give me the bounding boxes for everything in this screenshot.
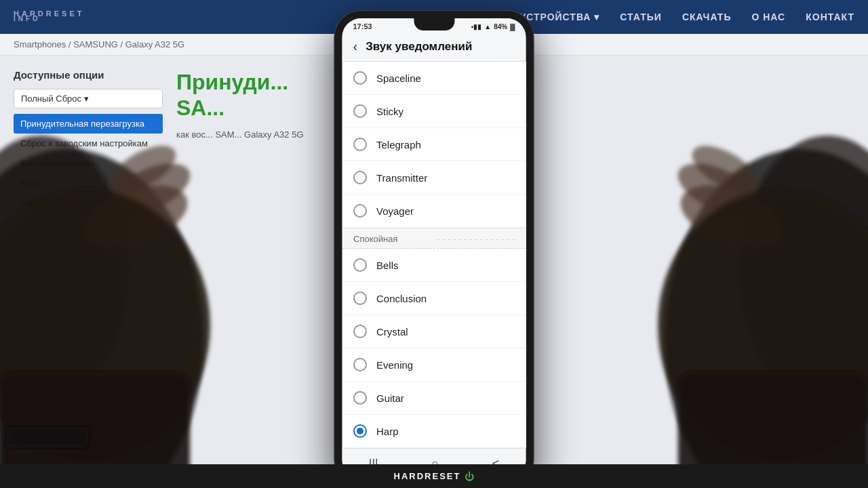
sidebar-item-codes[interactable]: Коды (14, 173, 163, 192)
radio-conclusion[interactable] (353, 291, 367, 305)
label-harp: Harp (376, 426, 399, 437)
radio-sticky[interactable] (353, 104, 367, 118)
battery-text: 84% (494, 23, 507, 30)
wifi-icon: ▲ (484, 23, 491, 30)
nav-links: УСТРОЙСТВА СТАТЬИ СКАЧАТЬ О НАС КОНТАКТ (519, 12, 854, 22)
radio-evening[interactable] (353, 358, 367, 371)
label-transmitter: Transmitter (376, 172, 427, 184)
bottom-bar: HARDRESET ⏻ (0, 464, 868, 488)
screen-header: ‹ Звук уведомлений (342, 32, 526, 62)
label-sticky: Sticky (376, 106, 403, 117)
bottom-logo: HARDRESET (394, 471, 461, 481)
phone-screen: 17:53 ▪▮▮ ▲ 84% ▓ ‹ Звук уведомлений Spa… (342, 18, 526, 479)
label-bells: Bells (376, 260, 399, 271)
signal-icon: ▪▮▮ (471, 23, 482, 30)
list-item-guitar[interactable]: Guitar (342, 382, 526, 415)
radio-bells[interactable] (353, 258, 367, 272)
sidebar-title: Доступные опции (14, 69, 163, 81)
list-item-crystal[interactable]: Crystal (342, 315, 526, 348)
radio-harp[interactable] (353, 424, 367, 438)
sidebar-dropdown[interactable]: Полный Сброс ▾ (14, 89, 163, 108)
nav-item-articles[interactable]: СТАТЬИ (620, 12, 662, 22)
label-crystal: Crystal (376, 326, 408, 338)
back-button[interactable]: ‹ (353, 39, 358, 54)
sidebar-item-how-reboot[interactable]: Как перезагрузить (14, 153, 163, 173)
label-guitar: Guitar (376, 392, 404, 404)
list-item-harp[interactable]: Harp (342, 415, 526, 448)
label-voyager: Voyager (376, 205, 414, 217)
sidebar-item-factory-reset[interactable]: Сброс к заводским настройкам (14, 134, 163, 153)
label-telegraph: Telegraph (376, 139, 421, 150)
status-time: 17:53 (353, 22, 372, 30)
radio-guitar[interactable] (353, 391, 367, 405)
section-divider-quiet: Спокойная - - - - - - - - - - - - - - - (342, 228, 526, 249)
label-conclusion: Conclusion (376, 293, 427, 304)
label-evening: Evening (376, 359, 413, 371)
radio-crystal[interactable] (353, 325, 367, 338)
phone-outer: 17:53 ▪▮▮ ▲ 84% ▓ ‹ Звук уведомлений Spa… (334, 10, 534, 487)
list-item-evening[interactable]: Evening (342, 348, 526, 382)
radio-transmitter[interactable] (353, 171, 367, 184)
radio-voyager[interactable] (353, 204, 367, 218)
list-item-voyager[interactable]: Voyager (342, 195, 526, 228)
notification-sound-list[interactable]: Spaceline Sticky Telegraph Transmitter V… (342, 62, 526, 448)
list-item-transmitter[interactable]: Transmitter (342, 161, 526, 195)
list-item-telegraph[interactable]: Telegraph (342, 128, 526, 161)
list-item-spaceline[interactable]: Spaceline (342, 62, 526, 95)
radio-telegraph[interactable] (353, 138, 367, 151)
status-icons: ▪▮▮ ▲ 84% ▓ (471, 23, 515, 30)
bottom-logo-icon: ⏻ (465, 471, 474, 482)
sidebar-item-hidden-modes[interactable]: Скрытые Режимы (14, 192, 163, 212)
list-item-bells[interactable]: Bells (342, 249, 526, 282)
phone-mockup: 17:53 ▪▮▮ ▲ 84% ▓ ‹ Звук уведомлений Spa… (334, 10, 534, 487)
list-item-conclusion[interactable]: Conclusion (342, 282, 526, 315)
screen-title: Звук уведомлений (366, 40, 472, 54)
nav-item-contact[interactable]: КОНТАКТ (806, 12, 854, 22)
nav-item-about[interactable]: О НАС (751, 12, 785, 22)
nav-item-download[interactable]: СКАЧАТЬ (682, 12, 732, 22)
battery-icon: ▓ (510, 23, 515, 30)
list-item-sticky[interactable]: Sticky (342, 95, 526, 128)
radio-spaceline[interactable] (353, 71, 367, 85)
phone-notch (414, 18, 454, 30)
sidebar-item-force-reboot[interactable]: Принудительная перезагрузка (14, 114, 163, 134)
label-spaceline: Spaceline (376, 73, 421, 84)
sidebar: Доступные опции Полный Сброс ▾ Принудите… (14, 69, 163, 472)
site-logo: HARDRESET INFO (14, 12, 84, 22)
